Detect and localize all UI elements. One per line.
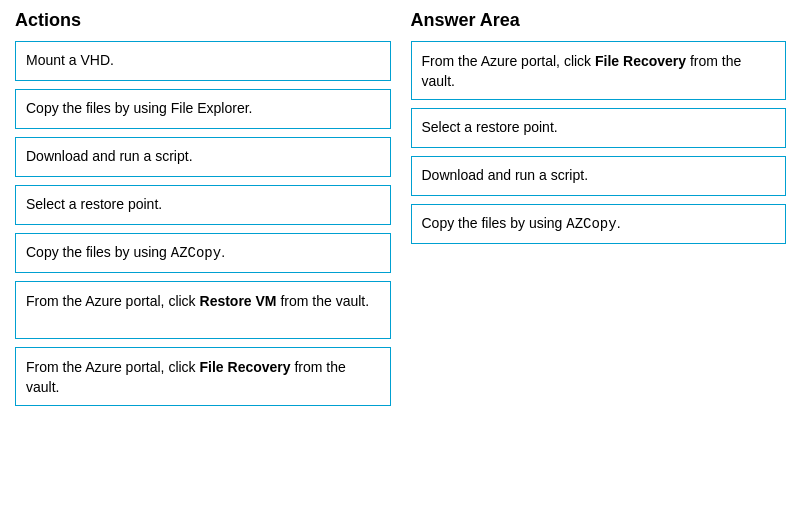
actions-list: Mount a VHD.Copy the files by using File… <box>15 41 391 406</box>
actions-header: Actions <box>15 10 391 31</box>
action-item-file-recovery-action[interactable]: From the Azure portal, click File Recove… <box>15 347 391 406</box>
action-item-download-run-script[interactable]: Download and run a script. <box>15 137 391 177</box>
action-item-text: Select a restore point. <box>26 195 162 215</box>
answer-column: Answer Area From the Azure portal, click… <box>411 10 787 414</box>
action-item-text: Copy the files by using AZCopy. <box>26 243 225 264</box>
action-item-restore-vm[interactable]: From the Azure portal, click Restore VM … <box>15 281 391 339</box>
answer-item-text: Select a restore point. <box>422 118 558 138</box>
answer-item-text: Download and run a script. <box>422 166 589 186</box>
action-item-text: Copy the files by using File Explorer. <box>26 99 252 119</box>
answers-list: From the Azure portal, click File Recove… <box>411 41 787 244</box>
answer-item-ans-download-run[interactable]: Download and run a script. <box>411 156 787 196</box>
answer-item-ans-select-restore[interactable]: Select a restore point. <box>411 108 787 148</box>
action-item-text: Download and run a script. <box>26 147 193 167</box>
action-item-mount-vhd[interactable]: Mount a VHD. <box>15 41 391 81</box>
action-item-text: Mount a VHD. <box>26 51 114 71</box>
answer-header: Answer Area <box>411 10 787 31</box>
action-item-select-restore[interactable]: Select a restore point. <box>15 185 391 225</box>
answer-item-text: Copy the files by using AZCopy. <box>422 214 621 235</box>
answer-item-ans-copy-azcopy[interactable]: Copy the files by using AZCopy. <box>411 204 787 244</box>
action-item-copy-azcopy[interactable]: Copy the files by using AZCopy. <box>15 233 391 273</box>
answer-item-text: From the Azure portal, click File Recove… <box>422 52 776 91</box>
answer-item-ans-file-recovery[interactable]: From the Azure portal, click File Recove… <box>411 41 787 100</box>
action-item-text: From the Azure portal, click Restore VM … <box>26 292 369 312</box>
action-item-copy-explorer[interactable]: Copy the files by using File Explorer. <box>15 89 391 129</box>
action-item-text: From the Azure portal, click File Recove… <box>26 358 380 397</box>
actions-column: Actions Mount a VHD.Copy the files by us… <box>15 10 391 414</box>
